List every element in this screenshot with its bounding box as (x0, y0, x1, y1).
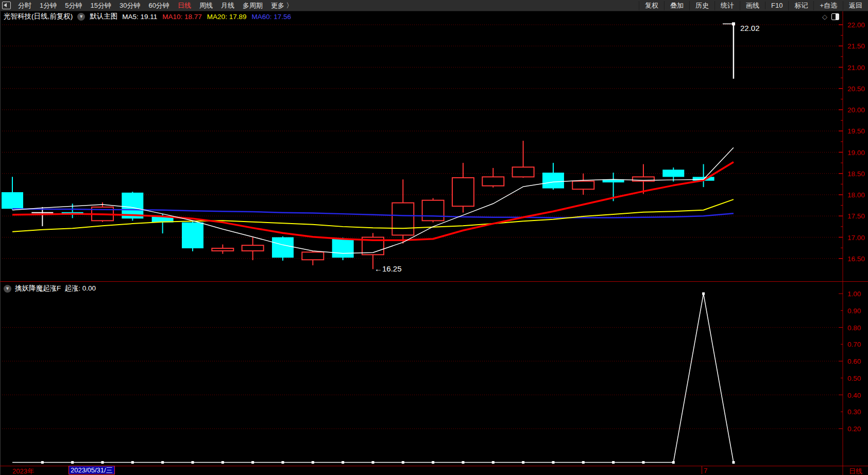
main-chart-label[interactable]: 默认主图 (90, 12, 117, 21)
price-axis-label: 19.00 (847, 149, 865, 157)
tool-item-6[interactable]: 标记 (788, 1, 813, 10)
candles (2, 22, 735, 269)
top-menu-bar: 分时1分钟5分钟15分钟30分钟60分钟日线周线月线多周期更多 〉 复权叠加历史… (0, 0, 868, 11)
indicator-line (12, 293, 735, 464)
indicator-value: 起涨: 0.00 (64, 284, 96, 293)
price-axis-label: 19.50 (847, 127, 865, 135)
corner-icons: ◇ (822, 13, 839, 20)
price-axis-label: 17.50 (847, 212, 865, 220)
diamond-icon[interactable]: ◇ (822, 13, 827, 20)
tool-item-4[interactable]: 画线 (740, 1, 765, 10)
tool-item-3[interactable]: 统计 (714, 1, 740, 10)
menu-item-8[interactable]: 月线 (217, 1, 239, 10)
price-axis-label: 17.00 (847, 234, 865, 242)
period-menu: 分时1分钟5分钟15分钟30分钟60分钟日线周线月线多周期更多 〉 (14, 1, 297, 10)
low-price-annotation: ←16.25 (375, 264, 402, 273)
high-price-annotation: 22.02 (740, 24, 760, 32)
price-axis-label: 21.50 (847, 42, 865, 50)
axis-period-label: 日线 (843, 467, 868, 475)
tool-item-5[interactable]: F10 (765, 2, 788, 9)
menu-item-2[interactable]: 5分钟 (61, 1, 86, 10)
indicator-axis-label: 1.00 (847, 290, 861, 298)
price-axis-label: 21.00 (847, 64, 865, 72)
trading-app-window: { "menu": { "items": ["分时","1分钟","5分钟","… (0, 0, 868, 475)
app-icon (2, 2, 11, 9)
menu-item-6[interactable]: 日线 (174, 1, 195, 10)
indicator-axis-label: 0.20 (847, 425, 861, 433)
ma-value-3: MA60: 17.56 (251, 13, 291, 21)
ma-value-2: MA20: 17.89 (207, 13, 247, 21)
indicator-axis-label: 0.50 (847, 375, 861, 382)
tool-item-1[interactable]: 叠加 (664, 1, 689, 10)
indicator-label-row: ▼ 擒妖降魔起涨F 起涨: 0.00 (4, 284, 96, 293)
menu-item-5[interactable]: 60分钟 (144, 1, 173, 10)
annotations: 22.02←16.25 (375, 24, 760, 273)
tool-item-8[interactable]: 返回 (843, 1, 868, 10)
menu-item-3[interactable]: 15分钟 (86, 1, 115, 10)
chevron-down-icon[interactable]: ▼ (77, 13, 85, 21)
menu-item-9[interactable]: 多周期 (239, 1, 267, 10)
ma-legend: MA5: 19.11MA10: 18.77MA20: 17.89MA60: 17… (122, 13, 291, 21)
indicator-axis-label: 0.70 (847, 341, 861, 348)
tool-item-0[interactable]: 复权 (639, 1, 664, 10)
price-axis-label: 22.00 (847, 21, 865, 29)
price-axis-label: 16.50 (847, 255, 865, 263)
gridlines (0, 25, 842, 429)
selected-date-box[interactable]: 2023/05/31/三 (69, 466, 115, 474)
indicator-axis-label: 0.60 (847, 358, 861, 365)
indicator-axis-label: 0.80 (847, 324, 861, 332)
ma-value-0: MA5: 19.11 (122, 13, 157, 21)
tool-menu: 复权叠加历史统计画线F10标记+自选返回 (639, 1, 868, 10)
price-axis-label: 18.00 (847, 191, 865, 199)
menu-item-7[interactable]: 周线 (195, 1, 217, 10)
indicator-axis: 1.000.900.800.700.600.500.400.300.20 (839, 290, 861, 433)
indicator-name[interactable]: 擒妖降魔起涨F (15, 284, 61, 293)
ma-line-ma10 (12, 162, 734, 240)
axis-month-label: 7 (704, 467, 707, 474)
price-axis-label: 18.50 (847, 170, 865, 178)
tool-item-7[interactable]: +自选 (813, 1, 843, 10)
chart-svg[interactable]: 22.0021.5021.0020.5020.0019.5019.0018.50… (0, 0, 868, 475)
layout-panel-icon[interactable] (831, 13, 839, 20)
price-axis-label: 20.00 (847, 106, 865, 114)
menu-item-10[interactable]: 更多 〉 (267, 1, 297, 10)
menu-item-1[interactable]: 1分钟 (36, 1, 61, 10)
menu-item-0[interactable]: 分时 (14, 1, 36, 10)
chart-title-row: 光智科技(日线,前复权) ▼ 默认主图 MA5: 19.11MA10: 18.7… (4, 12, 291, 21)
price-axis-label: 20.50 (847, 85, 865, 93)
indicator-axis-label: 0.40 (847, 392, 861, 399)
panel-borders (0, 11, 868, 475)
symbol-title: 光智科技(日线,前复权) (4, 12, 73, 21)
menu-item-4[interactable]: 30分钟 (115, 1, 144, 10)
axis-year-label: 2023年 (12, 467, 34, 475)
indicator-axis-label: 0.90 (847, 307, 861, 315)
tool-item-2[interactable]: 历史 (689, 1, 714, 10)
ma-value-1: MA10: 18.77 (162, 13, 202, 21)
indicator-axis-label: 0.30 (847, 408, 861, 416)
indicator-chevron-icon[interactable]: ▼ (4, 285, 11, 293)
